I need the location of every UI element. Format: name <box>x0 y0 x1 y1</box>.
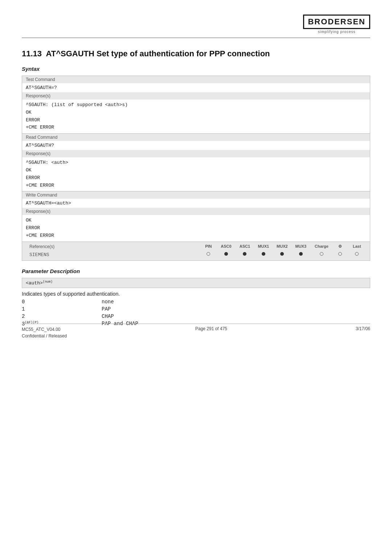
test-response-label-row: Response(s) <box>22 92 370 100</box>
syntax-table: Test Command AT^SGAUTH=? Response(s) ^SG… <box>22 76 370 261</box>
footer-doc-id: MC55_ATC_V04.00 <box>22 326 67 333</box>
syntax-heading: Syntax <box>22 66 370 72</box>
siemens-asc1 <box>236 250 254 259</box>
circle-filled-icon <box>262 252 265 256</box>
siemens-mux3 <box>291 250 310 259</box>
param-val-1: PAP <box>102 306 111 312</box>
write-response-text: OK ERROR +CME ERROR <box>22 215 370 242</box>
circle-filled-icon <box>224 252 228 256</box>
siemens-charge <box>310 250 333 259</box>
write-response-label: Response(s) <box>22 208 370 215</box>
section-title: AT^SGAUTH Set type of authentication for… <box>46 49 270 58</box>
footer-page: Page 291 of 475 <box>195 326 227 339</box>
references-header-row: Reference(s) PIN ASC0 ASC1 MUX1 MUX2 MUX… <box>26 243 366 250</box>
test-command-label-row: Test Command <box>22 76 370 84</box>
param-value-2: 2 CHAP <box>22 313 370 319</box>
write-command-label: Write Command <box>22 191 370 199</box>
siemens-asc0 <box>217 250 235 259</box>
page-footer: MC55_ATC_V04.00 Confidential / Released … <box>22 324 370 339</box>
read-command-label-row: Read Command <box>22 134 370 141</box>
circle-empty-icon <box>338 252 342 256</box>
test-response-label: Response(s) <box>22 92 370 100</box>
param-value-1: 1 PAP <box>22 306 370 312</box>
siemens-mux1 <box>254 250 273 259</box>
circle-empty-icon <box>355 252 359 256</box>
references-label-row: Reference(s) PIN ASC0 ASC1 MUX1 MUX2 MUX… <box>22 242 370 260</box>
logo-text: BRODERSEN <box>303 15 370 29</box>
logo-sub: simplifying process <box>303 30 370 34</box>
col-asc1: ASC1 <box>236 243 254 250</box>
read-command-row: AT^SGAUTH? <box>22 141 370 150</box>
logo: BRODERSEN simplifying process <box>303 15 370 34</box>
param-val-0: none <box>102 299 114 305</box>
siemens-gear <box>333 250 347 259</box>
siemens-last <box>347 250 366 259</box>
write-response-label-row: Response(s) <box>22 208 370 215</box>
param-box: <auth>(num) <box>22 278 370 288</box>
siemens-pin <box>200 250 217 259</box>
read-response-label-row: Response(s) <box>22 150 370 157</box>
test-response-text: ^SGAUTH: (list of supported <auth>s) OK … <box>22 100 370 134</box>
circle-empty-icon <box>207 252 210 256</box>
write-command-row: AT^SGAUTH=<auth> <box>22 199 370 208</box>
test-command-label: Test Command <box>22 76 370 84</box>
col-gear: ⚙ <box>333 243 347 250</box>
param-name: <auth>(num) <box>26 280 53 286</box>
param-key-2: 2 <box>22 313 102 319</box>
circle-filled-icon <box>243 252 246 256</box>
references-inner-table: Reference(s) PIN ASC0 ASC1 MUX1 MUX2 MUX… <box>26 243 366 259</box>
footer-date: 3/17/06 <box>356 326 370 339</box>
col-pin: PIN <box>200 243 217 250</box>
circle-filled-icon <box>299 252 303 256</box>
col-last: Last <box>347 243 366 250</box>
col-mux2: MUX2 <box>273 243 291 250</box>
test-response-row: ^SGAUTH: (list of supported <auth>s) OK … <box>22 100 370 134</box>
write-command-label-row: Write Command <box>22 191 370 199</box>
param-val-2: CHAP <box>102 313 114 319</box>
col-charge: Charge <box>310 243 333 250</box>
section-heading: 11.13 AT^SGAUTH Set type of authenticati… <box>22 49 370 58</box>
footer-status: Confidential / Released <box>22 333 67 339</box>
siemens-mux2 <box>273 250 291 259</box>
param-key-1: 1 <box>22 306 102 312</box>
test-command-row: AT^SGAUTH=? <box>22 83 370 92</box>
write-response-row: OK ERROR +CME ERROR <box>22 215 370 242</box>
col-mux3: MUX3 <box>291 243 310 250</box>
read-response-label: Response(s) <box>22 150 370 157</box>
col-asc0: ASC0 <box>217 243 235 250</box>
param-super: (num) <box>43 280 53 284</box>
siemens-name: SIEMENS <box>26 250 200 259</box>
circle-filled-icon <box>280 252 284 256</box>
test-command-text: AT^SGAUTH=? <box>22 83 370 92</box>
param-values-list: 0 none 1 PAP 2 CHAP 3(&F)(P) PAP and CHA… <box>22 299 370 327</box>
circle-empty-icon <box>320 252 323 256</box>
write-command-text: AT^SGAUTH=<auth> <box>22 199 370 208</box>
page-header: BRODERSEN simplifying process <box>22 15 370 38</box>
read-command-text: AT^SGAUTH? <box>22 141 370 150</box>
param-key-0: 0 <box>22 299 102 305</box>
footer-left: MC55_ATC_V04.00 Confidential / Released <box>22 326 67 339</box>
read-response-row: ^SGAUTH: <auth> OK ERROR +CME ERROR <box>22 157 370 191</box>
references-label: Reference(s) <box>26 243 200 250</box>
col-mux1: MUX1 <box>254 243 273 250</box>
section-number: 11.13 <box>22 49 42 58</box>
param-desc-heading: Parameter Description <box>22 268 370 274</box>
read-response-text: ^SGAUTH: <auth> OK ERROR +CME ERROR <box>22 157 370 191</box>
param-value-0: 0 none <box>22 299 370 305</box>
siemens-row: SIEMENS <box>26 250 366 259</box>
param-description-text: Indicates types of supported authenticat… <box>22 291 370 297</box>
read-command-label: Read Command <box>22 134 370 141</box>
